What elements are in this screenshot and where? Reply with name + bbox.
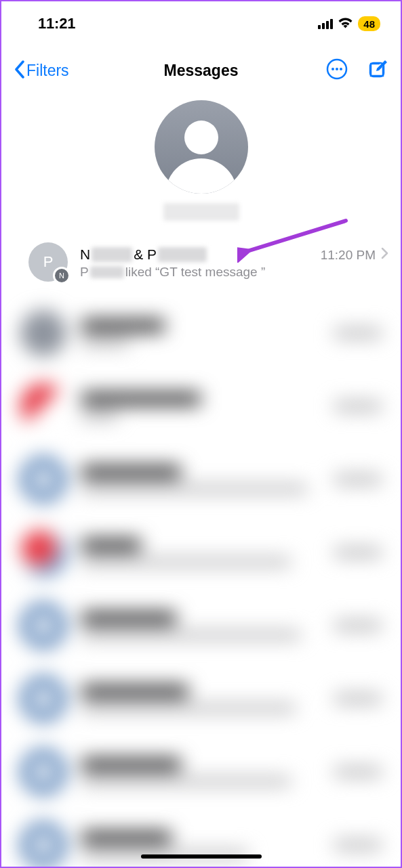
list-item[interactable] [20, 735, 382, 808]
battery-level: 48 [363, 18, 375, 30]
conversation-title: N & P [80, 246, 207, 263]
list-item[interactable] [20, 516, 382, 589]
more-button[interactable] [326, 58, 348, 83]
avatar-mini-badge: N [53, 267, 71, 284]
conversation-time: 11:20 PM [321, 248, 376, 263]
conversation-list-blurred [1, 297, 401, 868]
avatar-icon [155, 100, 248, 194]
status-bar: 11:21 48 [1, 1, 401, 38]
avatar-initial: P [43, 253, 54, 271]
group-avatar-icon: P N [28, 242, 68, 282]
list-item[interactable] [20, 662, 382, 735]
pinned-contact[interactable] [1, 100, 401, 221]
back-label: Filters [26, 62, 69, 80]
conversation-preview: P liked “GT test message ” [80, 265, 388, 280]
conversation-row[interactable]: P N N & P 11:20 PM P liked “GT test mess… [1, 236, 401, 288]
svg-point-3 [340, 68, 342, 70]
home-indicator[interactable] [141, 854, 262, 859]
status-right: 48 [318, 16, 380, 31]
chevron-left-icon [14, 60, 25, 81]
back-button[interactable]: Filters [14, 60, 69, 81]
nav-bar: Filters Messages [1, 46, 401, 95]
wifi-icon [338, 17, 353, 31]
list-item[interactable] [20, 808, 382, 868]
svg-point-2 [336, 68, 338, 70]
battery-indicator: 48 [358, 16, 380, 31]
svg-point-1 [331, 68, 334, 70]
redacted-text [158, 247, 207, 262]
compose-button[interactable] [367, 58, 388, 83]
chevron-right-icon [381, 244, 388, 263]
redacted-text [92, 247, 132, 262]
status-time: 11:21 [38, 15, 75, 32]
pinned-contact-label [163, 203, 239, 221]
cellular-icon [318, 18, 333, 29]
redacted-text [90, 266, 124, 278]
conversation-body: N & P 11:20 PM P liked “GT test message … [80, 244, 388, 280]
list-item[interactable] [20, 443, 382, 516]
list-item[interactable] [20, 370, 382, 443]
list-item[interactable] [20, 589, 382, 662]
list-item[interactable] [20, 297, 382, 370]
